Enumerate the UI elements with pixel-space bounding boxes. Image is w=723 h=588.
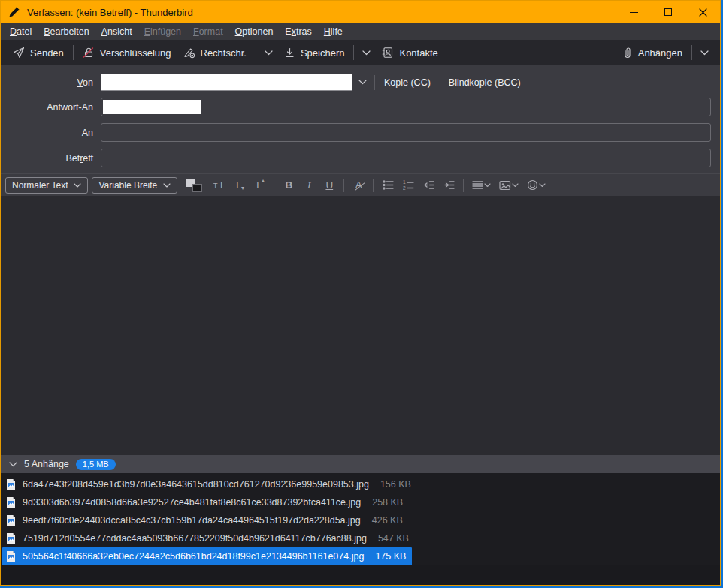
send-icon: [13, 47, 25, 59]
insert-image-button[interactable]: [497, 177, 521, 194]
address-headers: Von Kopie (CC) Blindkopie (BCC) Antwort-…: [1, 65, 720, 173]
chevron-down-icon: [512, 183, 519, 188]
attachment-row[interactable]: 9d3303d6b3974d0858d66a3e92527ce4b481faf8…: [1, 493, 720, 511]
font-select[interactable]: Variable Breite: [92, 177, 177, 194]
chevron-down-icon: [163, 183, 171, 188]
image-file-icon: [6, 514, 16, 526]
send-label: Senden: [30, 47, 64, 59]
image-file-icon: [6, 532, 16, 544]
paragraph-style-value: Normaler Text: [12, 180, 68, 191]
text-color-picker[interactable]: [186, 179, 202, 192]
attachment-row-selected[interactable]: 505564c1f40666a32eb0ec7244a2c5d6b61bd24d…: [1, 547, 720, 565]
menu-bearbeiten[interactable]: Bearbeiten: [38, 25, 95, 38]
close-button[interactable]: [685, 1, 720, 23]
menu-datei[interactable]: Datei: [4, 25, 38, 38]
larger-font-button[interactable]: T▴: [251, 177, 268, 194]
titlebar: Verfassen: (kein Betreff) - Thunderbird: [1, 1, 720, 23]
decrease-font-size-button[interactable]: TT: [210, 177, 227, 194]
outdent-button[interactable]: [420, 177, 437, 194]
to-row: An: [1, 123, 711, 142]
attachment-name: 9d3303d6b3974d0858d66a3e92527ce4b481faf8…: [23, 497, 361, 508]
attachments-header[interactable]: 5 Anhänge 1,5 MB: [1, 455, 720, 473]
contacts-icon: [382, 47, 394, 59]
contacts-label: Kontakte: [399, 47, 437, 59]
status-bar: [1, 565, 720, 585]
encryption-button[interactable]: Verschlüsselung: [77, 44, 177, 62]
save-icon: [284, 47, 295, 59]
underline-button[interactable]: U: [321, 177, 337, 194]
minimize-icon: [630, 12, 638, 13]
encryption-lock-icon: [83, 47, 95, 59]
replyto-row: Antwort-An: [1, 98, 711, 116]
cc-toggle-button[interactable]: Kopie (CC): [375, 75, 440, 90]
spellcheck-button[interactable]: Rechtschr.: [177, 44, 253, 62]
attach-button[interactable]: Anhängen: [616, 44, 688, 62]
menu-hilfe[interactable]: Hilfe: [318, 25, 349, 38]
attach-dropdown[interactable]: [695, 47, 714, 59]
menu-extras[interactable]: Extras: [279, 25, 317, 38]
chevron-down-icon: [362, 50, 371, 56]
encryption-label: Verschlüsselung: [100, 47, 171, 59]
from-input[interactable]: [101, 74, 352, 91]
save-dropdown[interactable]: [357, 47, 376, 59]
t-glyph: T: [255, 179, 261, 191]
bullet-list-button[interactable]: [380, 177, 396, 194]
image-file-icon: [6, 496, 16, 508]
paragraph-style-select[interactable]: Normaler Text: [5, 177, 88, 194]
attachment-size: 426 KB: [372, 515, 403, 526]
svg-text:1: 1: [403, 179, 406, 185]
smaller-font-button[interactable]: T▾: [231, 177, 247, 194]
replyto-field[interactable]: [101, 98, 711, 116]
minimize-button[interactable]: [616, 1, 651, 23]
compose-window: Verfassen: (kein Betreff) - Thunderbird …: [0, 0, 721, 586]
to-label: An: [1, 128, 101, 138]
attachment-row[interactable]: 7519d712d0554e77cddac4aa5093b6677852209f…: [1, 529, 720, 547]
compose-toolbar: Senden Verschlüsselung Rechtschr.: [1, 40, 720, 65]
replyto-input[interactable]: [103, 100, 201, 114]
attachment-row[interactable]: 6da47e43f208d459e1d3b97d0e3a4643615dd810…: [1, 475, 720, 493]
attachment-name: 6da47e43f208d459e1d3b97d0e3a4643615dd810…: [23, 479, 369, 490]
replyto-label: Antwort-An: [1, 102, 101, 113]
font-value: Variable Breite: [98, 180, 157, 191]
insert-smiley-button[interactable]: [525, 177, 548, 194]
close-icon: [699, 8, 707, 17]
up-arrow-glyph: ▴: [262, 177, 265, 185]
send-button[interactable]: Senden: [7, 44, 70, 62]
from-dropdown[interactable]: [352, 80, 374, 85]
from-label: Von: [1, 77, 101, 88]
message-body-editor[interactable]: [1, 196, 720, 455]
menu-einfuegen: Einfügen: [138, 25, 187, 38]
spellcheck-dropdown[interactable]: [259, 47, 278, 59]
toolbar-separator: [691, 45, 692, 60]
bold-button[interactable]: B: [280, 177, 297, 194]
from-row: Von Kopie (CC) Blindkopie (BCC): [1, 74, 711, 91]
remove-formatting-button[interactable]: A: [350, 177, 367, 194]
chevron-down-icon: [700, 50, 709, 56]
alignment-button[interactable]: [470, 177, 493, 194]
italic-button[interactable]: I: [301, 177, 317, 194]
bcc-toggle-button[interactable]: Blindkopie (BCC): [440, 75, 530, 90]
indent-icon: [443, 179, 455, 191]
format-separator: [274, 179, 274, 192]
spellcheck-icon: [183, 47, 195, 59]
attachment-name: 505564c1f40666a32eb0ec7244a2c5d6b61bd24d…: [23, 551, 364, 562]
menubar: Datei Bearbeiten Ansicht Einfügen Format…: [1, 23, 720, 40]
attachment-name: 9eedf7f60c0e24403dcca85c4c37cb159b17da24…: [23, 515, 361, 526]
numbered-list-button[interactable]: 1 2: [400, 177, 416, 194]
subject-row: Betreff: [1, 149, 711, 167]
menu-ansicht[interactable]: Ansicht: [95, 25, 138, 38]
contacts-button[interactable]: Kontakte: [376, 44, 443, 62]
chevron-down-icon: [265, 50, 273, 56]
indent-button[interactable]: [440, 177, 457, 194]
subject-field[interactable]: [101, 149, 711, 167]
attachments-list: 6da47e43f208d459e1d3b97d0e3a4643615dd810…: [1, 473, 720, 565]
menu-optionen[interactable]: Optionen: [229, 25, 280, 38]
maximize-button[interactable]: [651, 1, 685, 23]
attachments-size-badge: 1,5 MB: [76, 459, 116, 470]
save-button[interactable]: Speichern: [278, 44, 351, 62]
attachment-row[interactable]: 9eedf7f60c0e24403dcca85c4c37cb159b17da24…: [1, 511, 720, 529]
subject-label: Betreff: [1, 153, 101, 164]
big-t-glyph: T: [219, 179, 225, 191]
format-separator: [463, 179, 464, 192]
to-field[interactable]: [101, 123, 711, 142]
